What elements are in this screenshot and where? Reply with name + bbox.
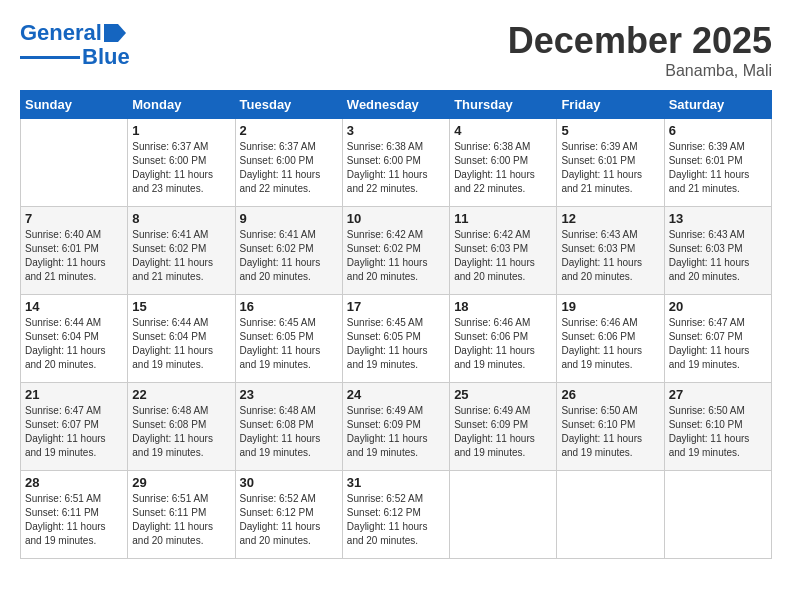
- header-monday: Monday: [128, 91, 235, 119]
- day-number: 4: [454, 123, 552, 138]
- day-info: Sunrise: 6:44 AMSunset: 6:04 PMDaylight:…: [132, 316, 230, 372]
- calendar-cell: 2Sunrise: 6:37 AMSunset: 6:00 PMDaylight…: [235, 119, 342, 207]
- calendar-cell: 31Sunrise: 6:52 AMSunset: 6:12 PMDayligh…: [342, 471, 449, 559]
- header-friday: Friday: [557, 91, 664, 119]
- calendar-cell: [21, 119, 128, 207]
- calendar-week-row: 28Sunrise: 6:51 AMSunset: 6:11 PMDayligh…: [21, 471, 772, 559]
- logo-line: [20, 56, 80, 59]
- header-thursday: Thursday: [450, 91, 557, 119]
- page-header: General Blue December 2025 Banamba, Mali: [20, 20, 772, 80]
- day-number: 10: [347, 211, 445, 226]
- day-info: Sunrise: 6:52 AMSunset: 6:12 PMDaylight:…: [240, 492, 338, 548]
- day-number: 12: [561, 211, 659, 226]
- day-number: 7: [25, 211, 123, 226]
- day-number: 14: [25, 299, 123, 314]
- day-info: Sunrise: 6:37 AMSunset: 6:00 PMDaylight:…: [132, 140, 230, 196]
- day-info: Sunrise: 6:46 AMSunset: 6:06 PMDaylight:…: [561, 316, 659, 372]
- calendar-cell: 14Sunrise: 6:44 AMSunset: 6:04 PMDayligh…: [21, 295, 128, 383]
- calendar-cell: 28Sunrise: 6:51 AMSunset: 6:11 PMDayligh…: [21, 471, 128, 559]
- day-info: Sunrise: 6:52 AMSunset: 6:12 PMDaylight:…: [347, 492, 445, 548]
- calendar-cell: 10Sunrise: 6:42 AMSunset: 6:02 PMDayligh…: [342, 207, 449, 295]
- calendar-cell: 5Sunrise: 6:39 AMSunset: 6:01 PMDaylight…: [557, 119, 664, 207]
- calendar-cell: 26Sunrise: 6:50 AMSunset: 6:10 PMDayligh…: [557, 383, 664, 471]
- calendar-cell: 25Sunrise: 6:49 AMSunset: 6:09 PMDayligh…: [450, 383, 557, 471]
- day-number: 17: [347, 299, 445, 314]
- day-info: Sunrise: 6:42 AMSunset: 6:03 PMDaylight:…: [454, 228, 552, 284]
- day-number: 23: [240, 387, 338, 402]
- day-info: Sunrise: 6:49 AMSunset: 6:09 PMDaylight:…: [347, 404, 445, 460]
- calendar-cell: 9Sunrise: 6:41 AMSunset: 6:02 PMDaylight…: [235, 207, 342, 295]
- day-info: Sunrise: 6:47 AMSunset: 6:07 PMDaylight:…: [669, 316, 767, 372]
- day-info: Sunrise: 6:42 AMSunset: 6:02 PMDaylight:…: [347, 228, 445, 284]
- calendar-cell: 18Sunrise: 6:46 AMSunset: 6:06 PMDayligh…: [450, 295, 557, 383]
- calendar-cell: 12Sunrise: 6:43 AMSunset: 6:03 PMDayligh…: [557, 207, 664, 295]
- day-info: Sunrise: 6:39 AMSunset: 6:01 PMDaylight:…: [669, 140, 767, 196]
- day-number: 8: [132, 211, 230, 226]
- day-number: 9: [240, 211, 338, 226]
- day-info: Sunrise: 6:37 AMSunset: 6:00 PMDaylight:…: [240, 140, 338, 196]
- header-wednesday: Wednesday: [342, 91, 449, 119]
- month-title: December 2025: [508, 20, 772, 62]
- day-number: 19: [561, 299, 659, 314]
- day-number: 1: [132, 123, 230, 138]
- calendar-cell: 11Sunrise: 6:42 AMSunset: 6:03 PMDayligh…: [450, 207, 557, 295]
- day-number: 27: [669, 387, 767, 402]
- location: Banamba, Mali: [508, 62, 772, 80]
- day-number: 16: [240, 299, 338, 314]
- calendar-cell: 27Sunrise: 6:50 AMSunset: 6:10 PMDayligh…: [664, 383, 771, 471]
- day-number: 22: [132, 387, 230, 402]
- calendar-cell: 17Sunrise: 6:45 AMSunset: 6:05 PMDayligh…: [342, 295, 449, 383]
- logo: General Blue: [20, 20, 130, 70]
- day-info: Sunrise: 6:50 AMSunset: 6:10 PMDaylight:…: [561, 404, 659, 460]
- day-number: 15: [132, 299, 230, 314]
- calendar-cell: 8Sunrise: 6:41 AMSunset: 6:02 PMDaylight…: [128, 207, 235, 295]
- calendar-cell: 16Sunrise: 6:45 AMSunset: 6:05 PMDayligh…: [235, 295, 342, 383]
- calendar-table: Sunday Monday Tuesday Wednesday Thursday…: [20, 90, 772, 559]
- day-number: 6: [669, 123, 767, 138]
- header-tuesday: Tuesday: [235, 91, 342, 119]
- day-number: 30: [240, 475, 338, 490]
- calendar-cell: 13Sunrise: 6:43 AMSunset: 6:03 PMDayligh…: [664, 207, 771, 295]
- day-number: 28: [25, 475, 123, 490]
- calendar-week-row: 1Sunrise: 6:37 AMSunset: 6:00 PMDaylight…: [21, 119, 772, 207]
- calendar-cell: 3Sunrise: 6:38 AMSunset: 6:00 PMDaylight…: [342, 119, 449, 207]
- day-info: Sunrise: 6:44 AMSunset: 6:04 PMDaylight:…: [25, 316, 123, 372]
- day-number: 5: [561, 123, 659, 138]
- calendar-cell: 4Sunrise: 6:38 AMSunset: 6:00 PMDaylight…: [450, 119, 557, 207]
- day-number: 21: [25, 387, 123, 402]
- day-info: Sunrise: 6:51 AMSunset: 6:11 PMDaylight:…: [132, 492, 230, 548]
- day-info: Sunrise: 6:48 AMSunset: 6:08 PMDaylight:…: [240, 404, 338, 460]
- svg-marker-0: [104, 24, 126, 42]
- day-info: Sunrise: 6:38 AMSunset: 6:00 PMDaylight:…: [347, 140, 445, 196]
- header-saturday: Saturday: [664, 91, 771, 119]
- day-number: 24: [347, 387, 445, 402]
- day-info: Sunrise: 6:41 AMSunset: 6:02 PMDaylight:…: [132, 228, 230, 284]
- calendar-cell: 21Sunrise: 6:47 AMSunset: 6:07 PMDayligh…: [21, 383, 128, 471]
- calendar-cell: 1Sunrise: 6:37 AMSunset: 6:00 PMDaylight…: [128, 119, 235, 207]
- day-info: Sunrise: 6:40 AMSunset: 6:01 PMDaylight:…: [25, 228, 123, 284]
- day-info: Sunrise: 6:46 AMSunset: 6:06 PMDaylight:…: [454, 316, 552, 372]
- day-info: Sunrise: 6:49 AMSunset: 6:09 PMDaylight:…: [454, 404, 552, 460]
- day-info: Sunrise: 6:45 AMSunset: 6:05 PMDaylight:…: [240, 316, 338, 372]
- logo-blue: Blue: [82, 44, 130, 70]
- calendar-cell: 15Sunrise: 6:44 AMSunset: 6:04 PMDayligh…: [128, 295, 235, 383]
- day-number: 11: [454, 211, 552, 226]
- calendar-cell: 22Sunrise: 6:48 AMSunset: 6:08 PMDayligh…: [128, 383, 235, 471]
- day-info: Sunrise: 6:43 AMSunset: 6:03 PMDaylight:…: [561, 228, 659, 284]
- day-info: Sunrise: 6:45 AMSunset: 6:05 PMDaylight:…: [347, 316, 445, 372]
- day-info: Sunrise: 6:38 AMSunset: 6:00 PMDaylight:…: [454, 140, 552, 196]
- title-block: December 2025 Banamba, Mali: [508, 20, 772, 80]
- day-info: Sunrise: 6:43 AMSunset: 6:03 PMDaylight:…: [669, 228, 767, 284]
- day-number: 3: [347, 123, 445, 138]
- day-number: 2: [240, 123, 338, 138]
- day-info: Sunrise: 6:39 AMSunset: 6:01 PMDaylight:…: [561, 140, 659, 196]
- day-info: Sunrise: 6:48 AMSunset: 6:08 PMDaylight:…: [132, 404, 230, 460]
- calendar-cell: 7Sunrise: 6:40 AMSunset: 6:01 PMDaylight…: [21, 207, 128, 295]
- day-number: 29: [132, 475, 230, 490]
- calendar-cell: 20Sunrise: 6:47 AMSunset: 6:07 PMDayligh…: [664, 295, 771, 383]
- day-info: Sunrise: 6:50 AMSunset: 6:10 PMDaylight:…: [669, 404, 767, 460]
- logo-general: General: [20, 20, 102, 45]
- day-number: 25: [454, 387, 552, 402]
- calendar-week-row: 7Sunrise: 6:40 AMSunset: 6:01 PMDaylight…: [21, 207, 772, 295]
- calendar-cell: 30Sunrise: 6:52 AMSunset: 6:12 PMDayligh…: [235, 471, 342, 559]
